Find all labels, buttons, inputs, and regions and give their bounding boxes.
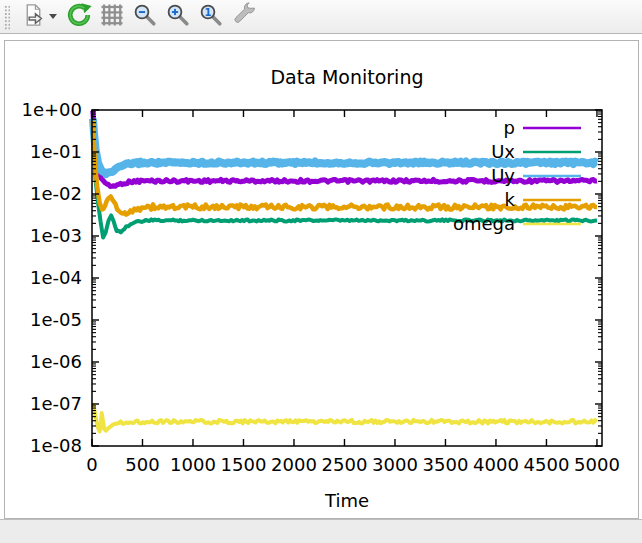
wrench-icon bbox=[231, 2, 257, 31]
plot-canvas[interactable]: 0500100015002000250030003500400045005000… bbox=[4, 40, 639, 519]
replot-button[interactable] bbox=[64, 2, 94, 32]
statusbar: 2850.75, 43.3037 bbox=[0, 519, 642, 543]
svg-text:1e+00: 1e+00 bbox=[21, 99, 82, 120]
svg-text:2500: 2500 bbox=[322, 454, 368, 475]
svg-text:1e-04: 1e-04 bbox=[30, 267, 82, 288]
zoom-out-icon bbox=[132, 2, 158, 31]
toolbar-grip[interactable] bbox=[3, 4, 10, 30]
svg-text:Time: Time bbox=[324, 490, 369, 511]
refresh-icon bbox=[66, 2, 92, 31]
settings-button[interactable] bbox=[229, 2, 259, 32]
grid-toggle-button[interactable] bbox=[97, 2, 127, 32]
svg-text:1000: 1000 bbox=[170, 454, 216, 475]
export-icon bbox=[21, 2, 46, 31]
export-dropdown-caret bbox=[49, 14, 57, 19]
svg-text:500: 500 bbox=[125, 454, 159, 475]
svg-text:1e-05: 1e-05 bbox=[30, 309, 82, 330]
svg-text:1e-08: 1e-08 bbox=[30, 435, 82, 456]
toolbar: 1 bbox=[0, 0, 642, 34]
zoom-original-icon: 1 bbox=[198, 2, 224, 31]
svg-text:Uy: Uy bbox=[491, 165, 515, 186]
zoom-in-button[interactable] bbox=[163, 2, 193, 32]
svg-text:1e-01: 1e-01 bbox=[30, 141, 82, 162]
svg-text:4500: 4500 bbox=[524, 454, 570, 475]
svg-text:omega: omega bbox=[453, 213, 515, 234]
svg-text:5000: 5000 bbox=[574, 454, 620, 475]
svg-text:1: 1 bbox=[205, 7, 212, 18]
export-button[interactable] bbox=[17, 2, 61, 32]
svg-text:3500: 3500 bbox=[423, 454, 469, 475]
zoom-in-icon bbox=[165, 2, 191, 31]
svg-text:1500: 1500 bbox=[221, 454, 267, 475]
chart: 0500100015002000250030003500400045005000… bbox=[5, 41, 638, 518]
grid-icon bbox=[99, 2, 125, 31]
svg-text:2000: 2000 bbox=[271, 454, 317, 475]
svg-text:1e-06: 1e-06 bbox=[30, 351, 82, 372]
svg-text:4000: 4000 bbox=[473, 454, 519, 475]
svg-text:1e-02: 1e-02 bbox=[30, 183, 82, 204]
zoom-out-button[interactable] bbox=[130, 2, 160, 32]
svg-text:3000: 3000 bbox=[372, 454, 418, 475]
svg-text:0: 0 bbox=[86, 454, 97, 475]
svg-text:1e-03: 1e-03 bbox=[30, 225, 82, 246]
svg-text:p: p bbox=[504, 117, 515, 138]
zoom-original-button[interactable]: 1 bbox=[196, 2, 226, 32]
svg-text:Ux: Ux bbox=[491, 141, 515, 162]
svg-text:k: k bbox=[505, 189, 516, 210]
svg-text:Data Monitoring: Data Monitoring bbox=[270, 66, 423, 88]
svg-text:1e-07: 1e-07 bbox=[30, 393, 82, 414]
